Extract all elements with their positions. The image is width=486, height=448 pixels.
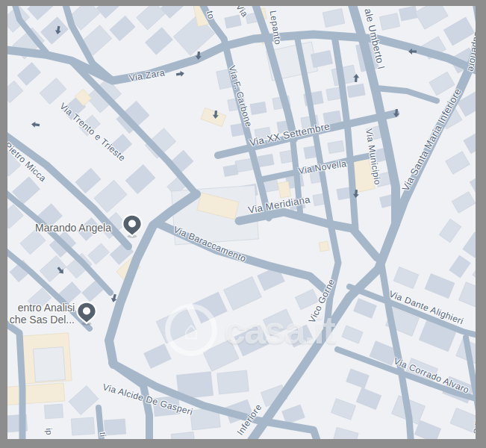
poi-label-line2: che Sas Del... <box>0 314 75 326</box>
street-label-ti: ti <box>99 432 108 437</box>
map-frame-bottom <box>0 439 486 448</box>
map-frame-left <box>0 0 7 448</box>
poi-label-marando-angela[interactable]: Marando Angela <box>35 222 111 234</box>
poi-pin-centro-analisi-icon[interactable] <box>75 301 98 326</box>
map-frame-right <box>476 0 486 448</box>
poi-pin-marando-icon[interactable] <box>121 214 143 238</box>
map-frame-top <box>0 0 486 6</box>
poi-label-centro-analisi[interactable]: entro Analisi che Sas Del... <box>0 302 75 326</box>
map-widget: Via ZaraVia Trento e TriestePietro Micca… <box>0 0 486 448</box>
map-canvas[interactable]: Via ZaraVia Trento e TriestePietro Micca… <box>0 0 486 448</box>
poi-label-line1: entro Analisi <box>0 302 75 314</box>
street-label-ip: ip <box>45 428 54 435</box>
